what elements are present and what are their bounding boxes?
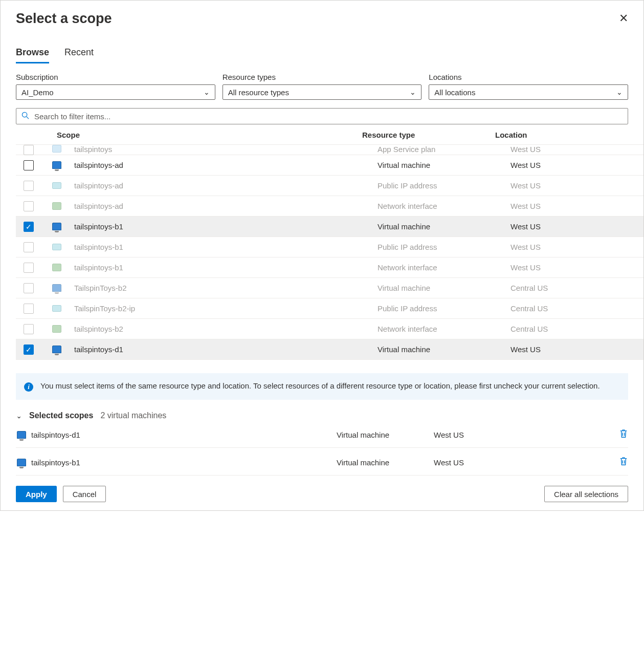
nic-icon: [52, 325, 61, 333]
svg-line-1: [27, 117, 29, 119]
table-row[interactable]: tailspintoys-adVirtual machineWest US: [16, 155, 643, 176]
resource-location: Central US: [510, 325, 643, 333]
row-checkbox[interactable]: ✓: [24, 344, 34, 355]
col-location: Location: [495, 131, 628, 139]
search-box[interactable]: [16, 108, 628, 124]
table-row: tailspintoys-b1Network interfaceWest US: [16, 257, 643, 278]
resource-location: West US: [510, 161, 643, 169]
resource-name: TailspinToys-b2: [72, 284, 377, 292]
chevron-down-icon: ⌄: [204, 88, 210, 96]
locations-select[interactable]: All locations ⌄: [429, 84, 628, 100]
chevron-down-icon: ⌄: [616, 88, 623, 96]
resource-location: West US: [510, 145, 643, 154]
table-row: tailspintoys-adNetwork interfaceWest US: [16, 196, 643, 217]
resource-type: Network interface: [377, 202, 510, 210]
resource-name: tailspintoys-ad: [72, 181, 377, 190]
resource-type: Public IP address: [377, 243, 510, 251]
info-banner: i You must select items of the same reso…: [16, 373, 628, 400]
filter-subscription: Subscription AI_Demo ⌄: [16, 73, 215, 100]
row-checkbox: [24, 324, 34, 334]
row-checkbox[interactable]: [24, 160, 34, 170]
table-row: TailspinToys-b2-ipPublic IP addressCentr…: [16, 298, 643, 319]
selected-item-location: West US: [434, 430, 608, 439]
resource-table[interactable]: tailspintoysApp Service planWest UStails…: [16, 144, 643, 362]
chevron-up-icon[interactable]: ⌃: [16, 412, 22, 420]
ip-icon: [52, 182, 61, 189]
resource-name: tailspintoys-b1: [72, 263, 377, 272]
resource-type: Network interface: [377, 325, 510, 333]
resource-type: Network interface: [377, 263, 510, 272]
resource-location: Central US: [510, 284, 643, 292]
selected-item-name: tailspintoys-b1: [31, 458, 337, 467]
vm-icon: [17, 431, 26, 439]
resource-location: West US: [510, 345, 643, 354]
vm-icon: [52, 346, 61, 353]
clear-selections-button[interactable]: Clear all selections: [544, 486, 628, 502]
row-checkbox: [24, 145, 34, 155]
search-row: [1, 100, 643, 124]
search-input[interactable]: [33, 112, 623, 121]
resource-name: tailspintoys: [72, 145, 377, 154]
vm-icon: [17, 459, 26, 466]
row-checkbox: [24, 304, 34, 314]
table-row[interactable]: ✓tailspintoys-d1Virtual machineWest US: [16, 339, 643, 360]
selected-header[interactable]: ⌃ Selected scopes 2 virtual machines: [16, 411, 628, 420]
row-checkbox: [24, 242, 34, 252]
cancel-button[interactable]: Cancel: [63, 486, 106, 502]
resource-location: West US: [510, 181, 643, 190]
info-text: You must select items of the same resour…: [40, 381, 600, 392]
nic-icon: [52, 202, 61, 210]
apply-button[interactable]: Apply: [16, 486, 57, 502]
resource-name: tailspintoys-d1: [72, 345, 377, 354]
delete-button[interactable]: [608, 428, 628, 441]
selected-title: Selected scopes: [29, 411, 93, 420]
resource-location: West US: [510, 222, 643, 231]
resource-types-value: All resource types: [228, 88, 289, 97]
row-checkbox: [24, 283, 34, 293]
vm-icon: [52, 223, 61, 230]
selected-summary: 2 virtual machines: [100, 411, 166, 420]
close-button[interactable]: ✕: [617, 11, 630, 26]
row-checkbox: [24, 181, 34, 191]
row-checkbox[interactable]: ✓: [24, 222, 34, 232]
selected-item-location: West US: [434, 458, 608, 467]
resource-name: tailspintoys-b1: [72, 222, 377, 231]
ip-icon: [52, 305, 61, 312]
resource-name: TailspinToys-b2-ip: [72, 304, 377, 313]
resource-location: Central US: [510, 304, 643, 313]
selected-list: tailspintoys-d1Virtual machineWest UStai…: [16, 422, 628, 476]
search-icon: [21, 112, 29, 121]
col-type: Resource type: [362, 131, 495, 139]
app-icon: [52, 145, 61, 153]
vm-icon: [52, 161, 61, 169]
resource-name: tailspintoys-ad: [72, 161, 377, 169]
resource-types-select[interactable]: All resource types ⌄: [223, 84, 422, 100]
locations-label: Locations: [429, 73, 628, 81]
table-row: tailspintoys-b2Network interfaceCentral …: [16, 319, 643, 339]
subscription-select[interactable]: AI_Demo ⌄: [16, 84, 215, 100]
col-scope: Scope: [57, 131, 362, 139]
selected-item-type: Virtual machine: [337, 430, 434, 439]
filter-locations: Locations All locations ⌄: [429, 73, 628, 100]
dialog-header: Select a scope ✕: [1, 1, 643, 27]
resource-type: Virtual machine: [377, 222, 510, 231]
select-scope-dialog: Select a scope ✕ Browse Recent Subscript…: [0, 0, 644, 511]
svg-point-0: [22, 112, 27, 117]
resource-name: tailspintoys-b2: [72, 325, 377, 333]
resource-type: App Service plan: [377, 145, 510, 154]
selected-item-name: tailspintoys-d1: [31, 430, 337, 439]
tabs: Browse Recent: [1, 27, 643, 63]
resource-location: West US: [510, 263, 643, 272]
filters: Subscription AI_Demo ⌄ Resource types Al…: [1, 63, 643, 100]
row-checkbox: [24, 263, 34, 273]
tab-browse[interactable]: Browse: [16, 47, 49, 63]
resource-name: tailspintoys-ad: [72, 202, 377, 210]
resource-location: West US: [510, 202, 643, 210]
filter-resource-types: Resource types All resource types ⌄: [223, 73, 422, 100]
delete-button[interactable]: [608, 456, 628, 469]
table-row[interactable]: ✓tailspintoys-b1Virtual machineWest US: [16, 217, 643, 237]
resource-name: tailspintoys-b1: [72, 243, 377, 251]
tab-recent[interactable]: Recent: [64, 47, 94, 63]
locations-value: All locations: [434, 88, 475, 97]
resource-type: Virtual machine: [377, 345, 510, 354]
